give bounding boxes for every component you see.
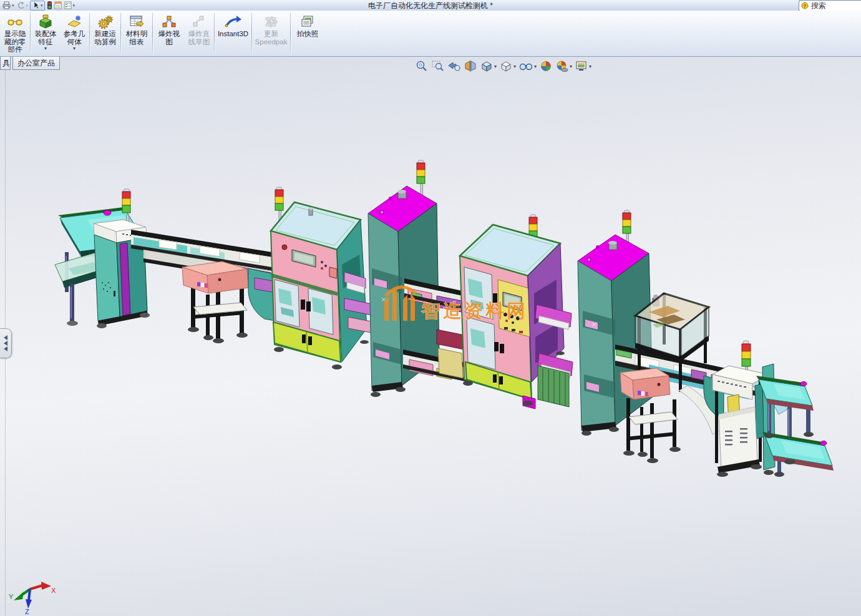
take-snapshot-icon bbox=[299, 13, 316, 29]
ribbon-button-assembly-features[interactable]: 装配体 特征 ▾ bbox=[31, 11, 60, 56]
control-box-2[interactable] bbox=[620, 368, 681, 463]
collapse-arrow-icon bbox=[4, 335, 7, 340]
display-style-icon bbox=[499, 60, 513, 72]
dropdown-caret[interactable]: ▾ bbox=[570, 64, 572, 69]
properties-button[interactable] bbox=[54, 1, 62, 9]
display-style-button[interactable]: ▾ bbox=[499, 59, 517, 73]
title-bar: 电子厂自动化无化生产线测试检测机 * ▾ ▾ ▾ ▾ bbox=[0, 0, 861, 11]
select-tool-button[interactable]: ▾ bbox=[30, 1, 45, 11]
ribbon-button-new-motion-study[interactable]: 新建运 动算例 bbox=[90, 11, 120, 56]
tab-partial[interactable]: 具 bbox=[0, 56, 11, 70]
ribbon-button-show-hidden[interactable]: 显示隐 藏的零 部件 bbox=[1, 11, 29, 56]
ribbon-button-explode-line-sketch[interactable]: 爆炸直 线草图 bbox=[185, 11, 213, 56]
triad-x-label: X bbox=[51, 587, 56, 594]
ribbon-label: 拍快照 bbox=[297, 30, 319, 38]
ribbon-separator bbox=[120, 12, 121, 54]
undo-button[interactable]: ▾ bbox=[16, 1, 29, 9]
ribbon-label: 爆炸直 线草图 bbox=[188, 30, 210, 46]
options-checklist-icon bbox=[64, 1, 72, 9]
ribbon-button-instant3d[interactable]: Instant3D bbox=[215, 11, 251, 56]
print-dropdown-caret[interactable]: ▾ bbox=[12, 3, 14, 8]
apply-scene-button[interactable]: ▾ bbox=[555, 59, 573, 73]
bill-of-materials-icon bbox=[129, 13, 145, 29]
ribbon-dropdown-caret[interactable]: ▾ bbox=[73, 46, 75, 51]
options-dropdown-caret[interactable]: ▾ bbox=[73, 3, 75, 8]
tab-office-products[interactable]: 办公室产品 bbox=[12, 56, 60, 70]
zoom-to-area-button[interactable] bbox=[430, 59, 445, 73]
hide-show-items-button[interactable]: ▾ bbox=[518, 59, 537, 73]
zoom-to-fit-button[interactable] bbox=[414, 59, 429, 73]
ribbon-label: 参考几 何体 bbox=[64, 30, 85, 46]
graphics-viewport[interactable]: ▾ ▾ ▾ ▾ ▾ bbox=[0, 56, 861, 616]
tab-label: 具 bbox=[2, 59, 10, 67]
dropdown-caret[interactable]: ▾ bbox=[534, 64, 537, 69]
collapse-arrow-icon bbox=[4, 341, 7, 346]
reference-geometry-icon bbox=[66, 13, 82, 29]
instant3d-icon bbox=[224, 13, 243, 29]
view-orientation-icon bbox=[480, 60, 494, 72]
ribbon-separator bbox=[30, 12, 31, 54]
update-speedpak-icon bbox=[263, 13, 280, 29]
search-box[interactable]: ? 搜索 bbox=[799, 0, 861, 11]
print-icon bbox=[2, 1, 11, 9]
heads-up-toolbar: ▾ ▾ ▾ ▾ ▾ bbox=[414, 59, 592, 73]
solidworks-window: 电子厂自动化无化生产线测试检测机 * ▾ ▾ ▾ ▾ bbox=[0, 0, 861, 616]
control-box-1[interactable] bbox=[182, 262, 248, 343]
new-motion-study-icon bbox=[97, 13, 114, 29]
ribbon-button-take-snapshot[interactable]: 拍快照 bbox=[291, 11, 324, 56]
exploded-view-icon bbox=[161, 13, 177, 29]
assembly-model[interactable]: 智造资料网 X Y Z bbox=[0, 56, 861, 616]
ribbon-dropdown-caret[interactable]: ▾ bbox=[44, 46, 47, 51]
svg-text:?: ? bbox=[804, 3, 807, 9]
featuremanager-collapse-handle[interactable] bbox=[0, 328, 12, 358]
ribbon-separator bbox=[152, 12, 153, 54]
ribbon-label: 新建运 动算例 bbox=[94, 30, 116, 46]
reference-triad: X Y Z bbox=[9, 582, 56, 615]
print-button[interactable]: ▾ bbox=[2, 1, 14, 9]
stoplight-icon bbox=[47, 1, 52, 10]
ribbon-label: 装配体 特征 bbox=[35, 30, 57, 46]
machine-unloader[interactable] bbox=[704, 341, 775, 477]
view-orientation-button[interactable]: ▾ bbox=[479, 59, 497, 73]
edit-appearance-icon bbox=[539, 60, 553, 72]
undo-dropdown-caret[interactable]: ▾ bbox=[26, 3, 29, 8]
ribbon-separator bbox=[214, 12, 215, 54]
apply-scene-icon bbox=[555, 60, 569, 72]
previous-view-button[interactable] bbox=[447, 59, 462, 73]
assembly-features-icon bbox=[37, 13, 54, 29]
select-dropdown-caret[interactable]: ▾ bbox=[41, 3, 43, 8]
section-view-icon bbox=[464, 60, 477, 72]
previous-view-icon bbox=[447, 60, 461, 72]
ribbon-button-bill-of-materials[interactable]: 材料明 细表 bbox=[122, 11, 152, 56]
ribbon-button-reference-geometry[interactable]: 参考几 何体 ▾ bbox=[60, 11, 89, 56]
dropdown-caret[interactable]: ▾ bbox=[494, 64, 497, 69]
ribbon-label: 材料明 细表 bbox=[126, 30, 148, 46]
tab-label: 办公室产品 bbox=[17, 59, 55, 67]
dropdown-caret[interactable]: ▾ bbox=[589, 64, 591, 69]
properties-icon bbox=[54, 1, 62, 9]
machine-tester-1[interactable] bbox=[271, 187, 374, 369]
ribbon-button-exploded-view[interactable]: 爆炸视 图 bbox=[153, 11, 185, 56]
commandmanager-tabs: 具 办公室产品 bbox=[0, 56, 60, 70]
collapse-arrow-icon bbox=[4, 346, 7, 351]
view-settings-button[interactable]: ▾ bbox=[574, 59, 592, 73]
triad-z-label: Z bbox=[25, 608, 29, 615]
show-hidden-components-icon bbox=[7, 13, 23, 29]
performance-button[interactable] bbox=[47, 1, 52, 10]
triad-y-label: Y bbox=[9, 593, 14, 600]
section-view-button[interactable] bbox=[463, 59, 478, 73]
options-button[interactable]: ▾ bbox=[64, 1, 75, 9]
explode-line-sketch-icon bbox=[191, 13, 207, 29]
ribbon-button-update-speedpak[interactable]: 更新 Speedpak bbox=[253, 11, 289, 56]
ribbon-label: 更新 Speedpak bbox=[255, 30, 288, 46]
ribbon-separator bbox=[89, 12, 90, 54]
ribbon-separator bbox=[251, 12, 252, 54]
search-label: 搜索 bbox=[811, 1, 826, 11]
ribbon-label: 爆炸视 图 bbox=[158, 30, 180, 46]
select-cursor-icon bbox=[32, 1, 40, 9]
undo-icon bbox=[16, 1, 26, 9]
edit-appearance-button[interactable] bbox=[538, 59, 553, 73]
hide-show-items-icon bbox=[518, 60, 533, 72]
zoom-to-area-icon bbox=[431, 60, 445, 72]
dropdown-caret[interactable]: ▾ bbox=[513, 64, 516, 69]
